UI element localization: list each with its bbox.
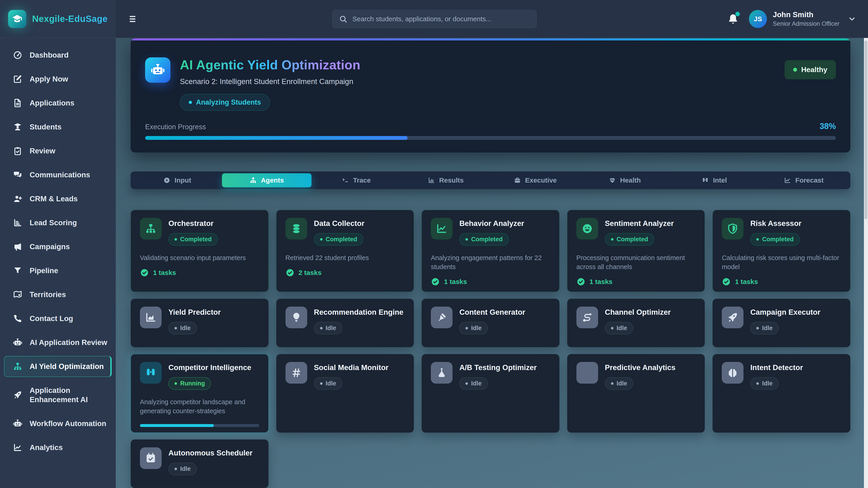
tab-label: Agents (261, 176, 284, 184)
shield-icon (727, 223, 739, 234)
agent-card-social-media-monitor[interactable]: Social Media Monitor Idle (276, 354, 414, 433)
tab-intel[interactable]: Intel (670, 173, 759, 187)
comments-icon (13, 170, 22, 180)
sidebar-item-label: CRM & Leads (30, 194, 78, 203)
tab-results[interactable]: Results (401, 173, 491, 187)
check-circle-icon (285, 268, 294, 277)
tab-agents[interactable]: Agents (222, 173, 311, 187)
sidebar-item-apply-now[interactable]: Apply Now (4, 69, 112, 90)
agent-card-predictive-analytics[interactable]: Predictive Analytics Idle (567, 354, 705, 433)
agent-status-badge: Idle (459, 322, 488, 334)
sidebar-item-workflow-automation[interactable]: Workflow Automation (4, 413, 112, 434)
sidebar-item-campaigns[interactable]: Campaigns (4, 236, 112, 257)
agent-card-behavior-analyzer[interactable]: Behavior Analyzer Completed Analyzing en… (422, 210, 559, 292)
agent-card-autonomous-scheduler[interactable]: Autonomous Scheduler Idle (131, 440, 269, 488)
sidebar-item-students[interactable]: Students (4, 117, 112, 137)
file-lines-icon (13, 98, 22, 108)
sidebar-item-communications[interactable]: Communications (4, 164, 112, 185)
page-scrollbar-thumb[interactable] (865, 41, 867, 219)
agent-name: Content Generator (459, 308, 525, 317)
agent-card-yield-predictor[interactable]: Yield Predictor Idle (131, 299, 269, 347)
execution-progress-fill (145, 136, 408, 140)
agent-name: A/B Testing Optimizer (459, 363, 537, 372)
tab-trace[interactable]: Trace (311, 173, 401, 187)
agent-card-content-generator[interactable]: Content Generator Idle (422, 299, 559, 347)
agent-tasks: 1 tasks (722, 277, 841, 286)
agent-name: Yield Predictor (168, 308, 221, 317)
page-scrollbar-track[interactable] (864, 38, 868, 488)
sidebar-item-lead-scoring[interactable]: Lead Scoring (4, 213, 112, 233)
tab-input[interactable]: Input (132, 173, 222, 187)
agent-tasks-label: 1 tasks (444, 278, 467, 286)
flask-icon (436, 367, 447, 379)
ranking-icon (13, 218, 22, 228)
sidebar-item-ai-yield-optimization[interactable]: AI Yield Optimization (4, 356, 112, 377)
sidebar-item-territories[interactable]: Territories (4, 284, 112, 305)
tab-forecast[interactable]: Forecast (759, 173, 848, 187)
agent-card-intent-detector[interactable]: Intent Detector Idle (712, 354, 850, 433)
agent-progress-fill (140, 424, 214, 427)
hamburger-menu-icon[interactable] (127, 14, 139, 24)
agent-card-sentiment-analyzer[interactable]: Sentiment Analyzer Completed Processing … (567, 210, 705, 292)
tab-health[interactable]: Health (580, 173, 670, 187)
sidebar-item-label: Territories (30, 290, 66, 299)
chevron-down-icon[interactable] (848, 15, 856, 23)
sidebar-item-contact-log[interactable]: Contact Log (4, 308, 112, 329)
smile-icon (581, 223, 593, 234)
terminal-icon (342, 177, 349, 184)
user-plus-icon (13, 194, 22, 203)
agent-status-label: Idle (617, 325, 627, 332)
health-dot (793, 68, 797, 72)
blank-icon (581, 367, 593, 379)
sidebar-item-label: Lead Scoring (30, 218, 77, 227)
tab-label: Intel (713, 176, 727, 184)
agent-card-a-b-testing-optimizer[interactable]: A/B Testing Optimizer Idle (422, 354, 559, 433)
chart-line-icon (13, 443, 22, 452)
agent-card-competitor-intelligence[interactable]: Competitor Intelligence Running Analyzin… (131, 354, 269, 433)
tab-label: Results (439, 176, 464, 184)
robot-icon (13, 419, 22, 428)
agent-status-label: Running (180, 380, 205, 387)
agent-status-badge: Idle (750, 322, 779, 334)
lightbulb-icon (290, 312, 302, 323)
agent-status-label: Idle (180, 325, 191, 332)
agent-description: Retrieved 22 student profiles (285, 253, 405, 262)
sidebar-item-analytics[interactable]: Analytics (4, 437, 112, 458)
robot-icon (13, 338, 22, 347)
agent-card-data-collector[interactable]: Data Collector Completed Retrieved 22 st… (276, 210, 414, 292)
main-content: Healthy AI Agentic Yield Optimization Sc… (116, 38, 868, 488)
sidebar-item-pipeline[interactable]: Pipeline (4, 260, 112, 281)
agent-card-recommendation-engine[interactable]: Recommendation Engine Idle (276, 299, 414, 347)
search-input[interactable] (352, 15, 530, 23)
sidebar-item-ai-application-review[interactable]: AI Application Review (4, 332, 112, 353)
agent-name: Behavior Analyzer (459, 219, 524, 228)
agent-name: Risk Assessor (750, 219, 801, 228)
sidebar-item-dashboard[interactable]: Dashboard (4, 45, 112, 66)
sidebar-item-application-enhancement-ai[interactable]: Application Enhancement AI (4, 380, 112, 410)
user-menu[interactable]: JS John Smith Senior Admission Officer (749, 10, 856, 28)
notifications-button[interactable] (727, 13, 739, 25)
brain-icon (727, 367, 739, 379)
search-box[interactable] (332, 10, 537, 28)
sidebar-item-applications[interactable]: Applications (4, 93, 112, 113)
database-icon (290, 223, 302, 234)
agent-status-badge: Completed (168, 233, 218, 246)
agent-status-badge: Idle (459, 377, 488, 390)
sidebar-item-label: Review (30, 146, 55, 156)
agent-card-risk-assessor[interactable]: Risk Assessor Completed Calculating risk… (712, 210, 850, 292)
sidebar-item-review[interactable]: Review (4, 140, 112, 161)
sidebar-item-crm-leads[interactable]: CRM & Leads (4, 188, 112, 209)
sidebar-item-label: Communications (30, 170, 90, 180)
sidebar-item-label: AI Yield Optimization (30, 362, 104, 371)
agent-tasks-label: 2 tasks (299, 269, 322, 276)
binoculars-icon (702, 177, 709, 184)
pen-nib-icon (436, 312, 447, 323)
search-icon (339, 15, 347, 23)
calendar-check-icon (145, 452, 157, 464)
agent-card-orchestrator[interactable]: Orchestrator Completed Validating scenar… (131, 210, 269, 292)
tab-executive[interactable]: Executive (491, 173, 580, 187)
agent-card-channel-optimizer[interactable]: Channel Optimizer Idle (567, 299, 705, 347)
agent-status-badge: Completed (605, 233, 654, 246)
scenario-hero-card: Healthy AI Agentic Yield Optimization Sc… (131, 38, 850, 153)
agent-card-campaign-executor[interactable]: Campaign Executor Idle (712, 299, 850, 347)
